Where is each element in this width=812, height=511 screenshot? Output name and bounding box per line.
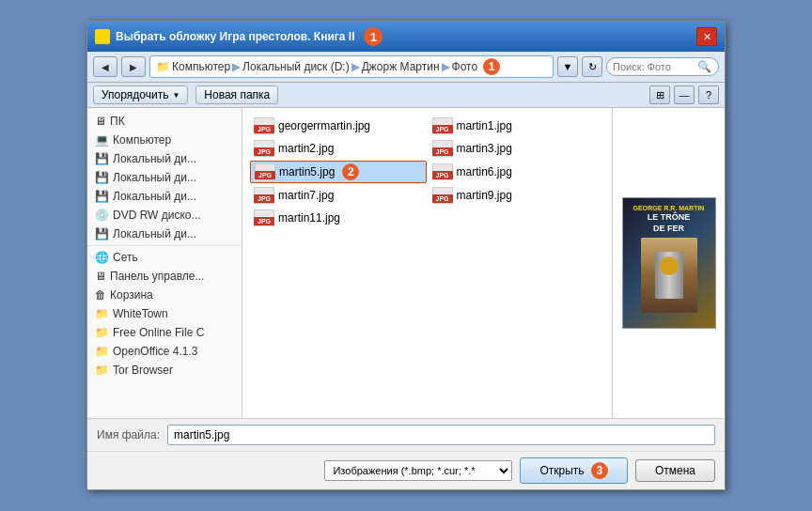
file-item-martin1[interactable]: JPG martin1.jpg (429, 116, 605, 136)
nav-label-trash: Корзина (110, 288, 153, 302)
file-name-2: martin2.jpg (278, 142, 334, 155)
help-button[interactable]: ? (698, 85, 719, 104)
file-thumb-m9: JPG (432, 187, 453, 204)
file-thumb-m3: JPG (432, 140, 453, 157)
search-icon: 🔍 (697, 60, 711, 73)
book-cover-preview: GEORGE R.R. MARTIN LE TRÔNE DE FER (622, 197, 716, 329)
close-button[interactable]: ✕ (696, 27, 717, 46)
nav-label-drive3: Локальный ди... (113, 190, 196, 203)
navigate-icon: ↻ (588, 61, 597, 73)
nav-item-openoffice[interactable]: 📁 OpenOffice 4.1.3 (87, 342, 242, 361)
nav-item-whitetown[interactable]: 📁 WhiteTown (87, 304, 242, 323)
nav-label-control: Панель управле... (110, 270, 204, 283)
file-item-martin6[interactable]: JPG martin6.jpg (429, 161, 605, 183)
sort-button[interactable]: Упорядочить ▼ (93, 85, 188, 104)
nav-label-network: Сеть (113, 251, 138, 264)
nav-item-network[interactable]: 🌐 Сеть (87, 248, 242, 267)
new-folder-button[interactable]: Новая папка (195, 85, 278, 104)
file-item-martin5[interactable]: JPG martin5.jpg 2 (250, 161, 427, 183)
forward-arrow-icon: ▶ (130, 62, 137, 72)
file-item-martin7[interactable]: JPG martin7.jpg (250, 185, 427, 206)
nav-label-dvd: DVD RW диско... (113, 209, 201, 222)
path-disk: Локальный диск (D:) (242, 60, 350, 73)
sep3: ▶ (442, 60, 450, 73)
open-button[interactable]: Открыть 3 (520, 457, 627, 484)
toolbar-right: ⊞ — ? (649, 85, 719, 104)
nav-item-dvd[interactable]: 💿 DVD RW диско... (87, 206, 242, 225)
sort-arrow-icon: ▼ (172, 91, 180, 100)
path-author: Джорж Мартин (362, 60, 440, 73)
preview-pane: GEORGE R.R. MARTIN LE TRÔNE DE FER (612, 108, 725, 418)
file-item-martin11[interactable]: JPG martin11.jpg (250, 208, 427, 228)
view-list-button[interactable]: — (674, 85, 695, 104)
jpg-badge-m6: JPG (432, 171, 453, 179)
nav-label-tor: Tor Browser (113, 364, 173, 377)
navigate-button[interactable]: ↻ (582, 56, 602, 77)
badge-3: 3 (591, 462, 608, 479)
sep1: ▶ (232, 60, 241, 73)
file-item-georgerrmartin[interactable]: JPG georgerrmartin.jpg (250, 116, 427, 136)
folder-freeonline-icon: 📁 (95, 326, 109, 339)
filename-input[interactable] (167, 425, 715, 445)
drive4-icon: 💾 (95, 227, 109, 240)
cancel-button[interactable]: Отмена (635, 459, 715, 482)
badge-1-addr: 1 (483, 58, 500, 75)
nav-label-computer: Компьютер (113, 133, 171, 147)
nav-item-trash[interactable]: 🗑 Корзина (87, 286, 242, 304)
folder-whitetown-icon: 📁 (95, 307, 109, 320)
file-item-martin9[interactable]: JPG martin9.jpg (429, 185, 605, 206)
back-arrow-icon: ◀ (102, 62, 109, 72)
nav-label-whitetown: WhiteTown (113, 307, 168, 320)
nav-item-computer[interactable]: 💻 Компьютер (87, 131, 242, 149)
view-grid-button[interactable]: ⊞ (649, 85, 670, 104)
file-item-martin3[interactable]: JPG martin3.jpg (429, 138, 605, 159)
nav-item-drive1[interactable]: 💾 Локальный ди... (87, 149, 242, 168)
jpg-badge-m9: JPG (432, 194, 453, 203)
nav-label-freeonline: Free Online File C (113, 326, 204, 339)
toolbar-left: Упорядочить ▼ Новая папка (93, 85, 278, 104)
filename-label: Имя файла: (97, 428, 160, 441)
drive2-icon: 💾 (95, 171, 109, 184)
nav-item-drive3[interactable]: 💾 Локальный ди... (87, 187, 242, 206)
computer-icon: 💻 (95, 133, 109, 147)
nav-item-drive2[interactable]: 💾 Локальный ди... (87, 168, 242, 187)
filetype-select[interactable]: Изображения (*.bmp; *.cur; *.* (324, 460, 512, 481)
file-name-11: martin11.jpg (278, 211, 340, 225)
network-icon: 🌐 (95, 251, 109, 264)
grid-icon: ⊞ (656, 89, 664, 101)
nav-item-drive4[interactable]: 💾 Локальный ди... (87, 225, 242, 243)
help-icon: ? (706, 89, 711, 101)
jpg-badge-11: JPG (254, 217, 274, 225)
refresh-button[interactable]: ▼ (557, 56, 578, 77)
badge-2-files: 2 (342, 163, 359, 180)
nav-label-drive4: Локальный ди... (113, 227, 196, 240)
book-figure (641, 238, 697, 313)
file-item-martin2[interactable]: JPG martin2.jpg (250, 138, 427, 159)
search-box[interactable]: 🔍 (606, 57, 719, 76)
nav-item-torbrowser[interactable]: 📁 Tor Browser (87, 361, 242, 379)
bottom-bar: Имя файла: (87, 418, 725, 451)
dialog-window: Выбрать обложку Игра престолов. Книга II… (86, 21, 726, 490)
file-thumb-11: JPG (254, 209, 274, 226)
forward-button[interactable]: ▶ (121, 56, 146, 77)
nav-label-pc: ПК (110, 115, 125, 128)
nav-item-control-panel[interactable]: 🖥 Панель управле... (87, 267, 242, 286)
file-name-1: georgerrmartin.jpg (278, 119, 370, 132)
folder-openoffice-icon: 📁 (95, 345, 109, 358)
address-path[interactable]: 📁 Компьютер ▶ Локальный диск (D:) ▶ Джор… (149, 55, 554, 78)
dvd-icon: 💿 (95, 209, 109, 222)
file-name-5: martin5.jpg (279, 165, 335, 178)
back-button[interactable]: ◀ (93, 56, 117, 77)
book-author-preview: GEORGE R.R. MARTIN (633, 205, 705, 211)
badge-1: 1 (364, 27, 383, 46)
nav-item-pc[interactable]: 🖥 ПК (87, 112, 242, 131)
file-thumb-2: JPG (254, 140, 274, 157)
dialog-icon (95, 29, 110, 44)
action-bar: Изображения (*.bmp; *.cur; *.* Открыть 3… (87, 451, 725, 489)
search-input[interactable] (613, 61, 697, 72)
control-panel-icon: 🖥 (95, 270, 106, 283)
address-bar-row: ◀ ▶ 📁 Компьютер ▶ Локальный диск (D:) ▶ … (87, 52, 725, 83)
nav-item-freeonline[interactable]: 📁 Free Online File C (87, 323, 242, 342)
pc-icon: 🖥 (95, 115, 106, 128)
new-folder-label: Новая папка (204, 88, 270, 101)
